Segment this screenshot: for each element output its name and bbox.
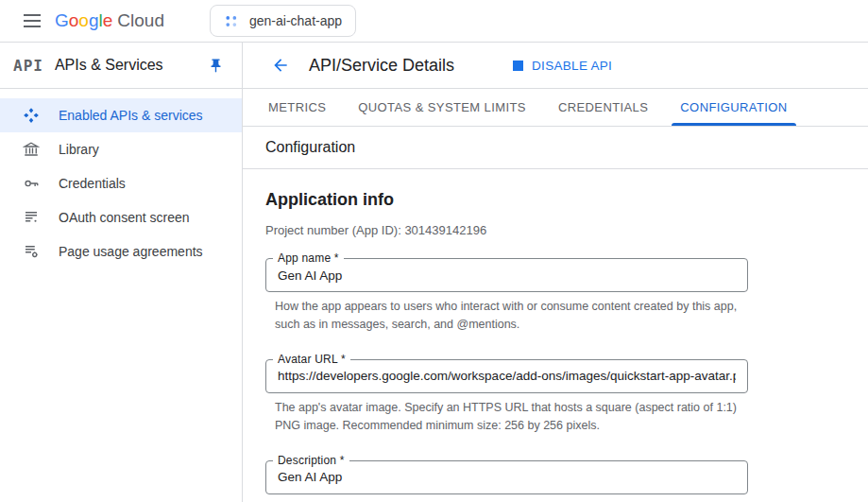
agreements-icon <box>23 243 40 260</box>
disable-api-button[interactable]: DISABLE API <box>513 59 612 73</box>
tab-bar: METRICS QUOTAS & SYSTEM LIMITS CREDENTIA… <box>243 89 868 127</box>
app-name-helper-text: How the app appears to users who interac… <box>275 298 749 335</box>
stop-icon <box>513 61 523 71</box>
google-cloud-logo[interactable]: Google Cloud <box>55 10 164 31</box>
sidebar-item-enabled-apis[interactable]: Enabled APIs & services <box>0 98 242 132</box>
tab-credentials[interactable]: CREDENTIALS <box>542 89 664 126</box>
sidebar-item-label: OAuth consent screen <box>59 210 190 225</box>
enabled-apis-icon <box>23 107 40 124</box>
sidebar-item-label: Credentials <box>59 176 126 191</box>
sidebar-item-credentials[interactable]: Credentials <box>0 166 242 200</box>
section-bar: Configuration <box>243 127 868 169</box>
avatar-url-label: Avatar URL * <box>273 353 350 366</box>
pin-icon[interactable] <box>202 52 229 78</box>
back-arrow-icon <box>271 56 290 75</box>
tab-metrics[interactable]: METRICS <box>252 89 342 126</box>
brand-letter: g <box>89 10 99 31</box>
api-product-logo: API <box>13 57 43 75</box>
hamburger-icon <box>24 12 41 29</box>
tab-quotas[interactable]: QUOTAS & SYSTEM LIMITS <box>342 89 542 126</box>
sidebar: API APIs & Services Enabled APIs & servi… <box>0 43 243 502</box>
topbar: Google Cloud gen-ai-chat-app <box>0 0 868 43</box>
description-label: Description * <box>273 454 349 467</box>
sidebar-item-page-usage-agreements[interactable]: Page usage agreements <box>0 234 242 268</box>
brand-letter: e <box>103 10 113 31</box>
sidebar-title: APIs & Services <box>55 57 202 74</box>
back-button[interactable] <box>265 50 296 80</box>
description-field-block: Description * Max 40 characters <box>265 460 845 502</box>
project-picker[interactable]: gen-ai-chat-app <box>210 5 356 37</box>
project-number-text: Project number (App ID): 301439142196 <box>265 223 845 237</box>
app-name-field-block: App name * How the app appears to users … <box>265 258 845 335</box>
avatar-url-field-block: Avatar URL * The app's avatar image. Spe… <box>265 359 845 436</box>
main-panel: API/Service Details DISABLE API METRICS … <box>243 43 868 502</box>
sidebar-header: API APIs & Services <box>0 43 242 89</box>
sidebar-item-library[interactable]: Library <box>0 132 242 166</box>
disable-api-label: DISABLE API <box>532 59 612 73</box>
configuration-content: Application info Project number (App ID)… <box>243 169 868 502</box>
project-name: gen-ai-chat-app <box>249 13 342 28</box>
section-bar-title: Configuration <box>265 139 355 156</box>
sidebar-item-label: Library <box>59 142 99 157</box>
avatar-url-helper-text: The app's avatar image. Specify an HTTPS… <box>275 399 749 436</box>
page-title: API/Service Details <box>309 56 454 76</box>
consent-list-icon <box>23 209 40 226</box>
brand-cloud-text: Cloud <box>117 10 164 31</box>
main-header: API/Service Details DISABLE API <box>243 43 868 89</box>
project-icon <box>224 13 240 29</box>
tab-configuration[interactable]: CONFIGURATION <box>664 89 803 126</box>
library-icon <box>23 141 40 158</box>
brand-letter: o <box>69 10 79 31</box>
key-icon <box>23 175 40 192</box>
sidebar-item-label: Page usage agreements <box>59 244 203 259</box>
menu-icon[interactable] <box>15 4 49 38</box>
app-name-label: App name * <box>273 251 344 265</box>
sidebar-nav: Enabled APIs & services Library <box>0 89 242 268</box>
brand-letter: o <box>78 10 89 31</box>
sidebar-item-label: Enabled APIs & services <box>59 108 203 123</box>
application-info-heading: Application info <box>265 190 845 210</box>
brand-letter: G <box>55 10 69 31</box>
sidebar-item-oauth-consent[interactable]: OAuth consent screen <box>0 200 242 234</box>
